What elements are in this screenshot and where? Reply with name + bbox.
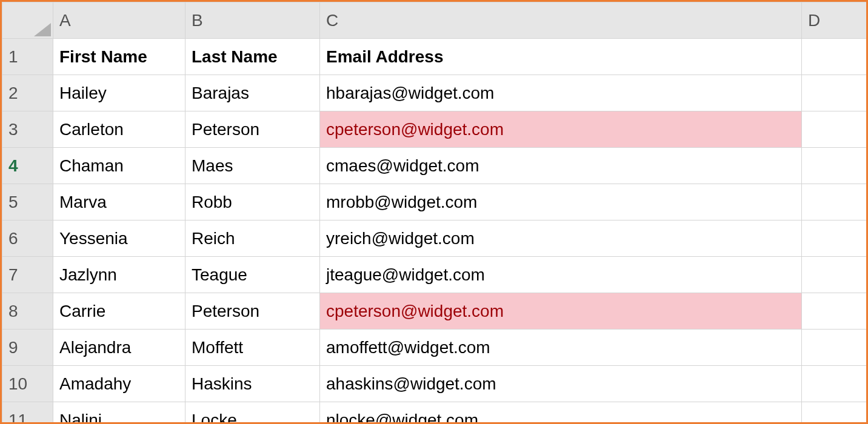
spreadsheet-frame: A B C D 1 First Name Last Name Email Add… <box>0 0 868 424</box>
cell-d7[interactable] <box>802 257 869 293</box>
cell-b6[interactable]: Reich <box>185 220 320 257</box>
data-row: 3 Carleton Peterson cpeterson@widget.com <box>2 111 869 148</box>
data-row: 2 Hailey Barajas hbarajas@widget.com <box>2 75 869 111</box>
cell-b8[interactable]: Peterson <box>185 293 320 330</box>
cell-c4[interactable]: cmaes@widget.com <box>320 148 802 184</box>
cell-a6[interactable]: Yessenia <box>53 220 185 257</box>
cell-b11[interactable]: Locke <box>185 402 320 425</box>
cell-b4[interactable]: Maes <box>185 148 320 184</box>
cell-a7[interactable]: Jazlynn <box>53 257 185 293</box>
cell-c8[interactable]: cpeterson@widget.com <box>320 293 802 330</box>
cell-d10[interactable] <box>802 366 869 402</box>
cell-b1[interactable]: Last Name <box>185 39 320 75</box>
cell-c9[interactable]: amoffett@widget.com <box>320 330 802 366</box>
data-row: 11 Nalini Locke nlocke@widget.com <box>2 402 869 425</box>
row-header-11[interactable]: 11 <box>2 402 53 425</box>
cell-d4[interactable] <box>802 148 869 184</box>
column-header-a[interactable]: A <box>53 2 185 39</box>
cell-c3[interactable]: cpeterson@widget.com <box>320 111 802 148</box>
data-row: 10 Amadahy Haskins ahaskins@widget.com <box>2 366 869 402</box>
cell-d6[interactable] <box>802 220 869 257</box>
row-header-8[interactable]: 8 <box>2 293 53 330</box>
cell-c6[interactable]: yreich@widget.com <box>320 220 802 257</box>
cell-c11[interactable]: nlocke@widget.com <box>320 402 802 425</box>
row-header-6[interactable]: 6 <box>2 220 53 257</box>
row-header-9[interactable]: 9 <box>2 330 53 366</box>
cell-a3[interactable]: Carleton <box>53 111 185 148</box>
data-row: 7 Jazlynn Teague jteague@widget.com <box>2 257 869 293</box>
cell-b10[interactable]: Haskins <box>185 366 320 402</box>
cell-d5[interactable] <box>802 184 869 220</box>
cell-a2[interactable]: Hailey <box>53 75 185 111</box>
cell-c2[interactable]: hbarajas@widget.com <box>320 75 802 111</box>
column-header-c[interactable]: C <box>320 2 802 39</box>
cell-c10[interactable]: ahaskins@widget.com <box>320 366 802 402</box>
cell-c1[interactable]: Email Address <box>320 39 802 75</box>
data-row: 1 First Name Last Name Email Address <box>2 39 869 75</box>
cell-c7[interactable]: jteague@widget.com <box>320 257 802 293</box>
cell-d8[interactable] <box>802 293 869 330</box>
cell-b9[interactable]: Moffett <box>185 330 320 366</box>
cell-b7[interactable]: Teague <box>185 257 320 293</box>
row-header-4[interactable]: 4 <box>2 148 53 184</box>
cell-a1[interactable]: First Name <box>53 39 185 75</box>
data-row: 5 Marva Robb mrobb@widget.com <box>2 184 869 220</box>
row-header-10[interactable]: 10 <box>2 366 53 402</box>
row-header-2[interactable]: 2 <box>2 75 53 111</box>
cell-d11[interactable] <box>802 402 869 425</box>
column-header-d[interactable]: D <box>802 2 869 39</box>
cell-c5[interactable]: mrobb@widget.com <box>320 184 802 220</box>
data-row: 4 Chaman Maes cmaes@widget.com <box>2 148 869 184</box>
spreadsheet-grid: A B C D 1 First Name Last Name Email Add… <box>2 2 868 424</box>
cell-a4[interactable]: Chaman <box>53 148 185 184</box>
row-header-5[interactable]: 5 <box>2 184 53 220</box>
data-row: 9 Alejandra Moffett amoffett@widget.com <box>2 330 869 366</box>
cell-b3[interactable]: Peterson <box>185 111 320 148</box>
cell-a10[interactable]: Amadahy <box>53 366 185 402</box>
cell-a9[interactable]: Alejandra <box>53 330 185 366</box>
data-row: 6 Yessenia Reich yreich@widget.com <box>2 220 869 257</box>
cell-d1[interactable] <box>802 39 869 75</box>
column-header-b[interactable]: B <box>185 2 320 39</box>
cell-d2[interactable] <box>802 75 869 111</box>
cell-a5[interactable]: Marva <box>53 184 185 220</box>
row-header-7[interactable]: 7 <box>2 257 53 293</box>
cell-b5[interactable]: Robb <box>185 184 320 220</box>
column-header-row: A B C D <box>2 2 869 39</box>
select-all-corner[interactable] <box>2 2 53 39</box>
data-row: 8 Carrie Peterson cpeterson@widget.com <box>2 293 869 330</box>
cell-a8[interactable]: Carrie <box>53 293 185 330</box>
cell-a11[interactable]: Nalini <box>53 402 185 425</box>
cell-d9[interactable] <box>802 330 869 366</box>
row-header-1[interactable]: 1 <box>2 39 53 75</box>
row-header-3[interactable]: 3 <box>2 111 53 148</box>
cell-d3[interactable] <box>802 111 869 148</box>
cell-b2[interactable]: Barajas <box>185 75 320 111</box>
